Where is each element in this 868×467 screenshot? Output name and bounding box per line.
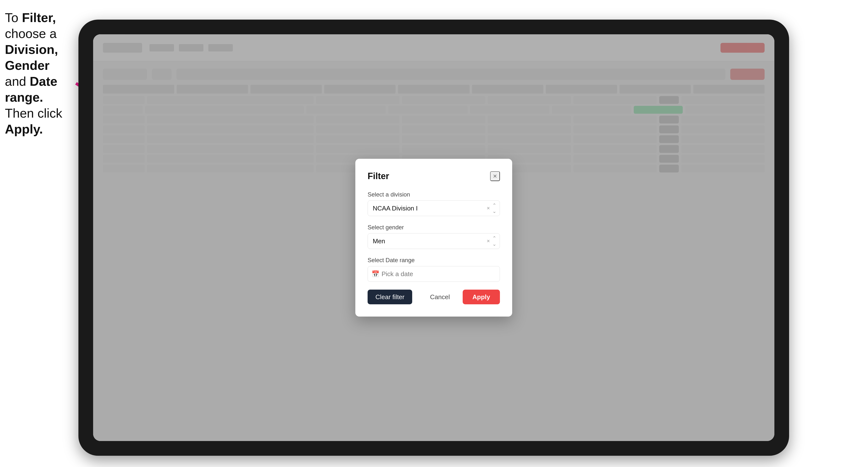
gender-select-wrapper: Men Women Co-Ed × ⌃⌄ xyxy=(368,233,500,249)
filter-modal: Filter × Select a division NCAA Division… xyxy=(355,159,512,317)
modal-footer: Clear filter Cancel Apply xyxy=(368,290,500,304)
apply-button[interactable]: Apply xyxy=(463,290,500,304)
instruction-text: To Filter, choose a Division, Gender and… xyxy=(5,10,79,137)
date-range-bold: Date range. xyxy=(5,74,57,104)
gender-label: Select gender xyxy=(368,224,500,231)
division-gender-bold: Division, Gender xyxy=(5,42,58,72)
division-label: Select a division xyxy=(368,191,500,198)
modal-footer-right: Cancel Apply xyxy=(422,290,500,304)
apply-bold: Apply. xyxy=(5,122,43,136)
tablet-screen: Filter × Select a division NCAA Division… xyxy=(93,34,774,441)
modal-close-button[interactable]: × xyxy=(490,171,500,181)
gender-form-group: Select gender Men Women Co-Ed × ⌃⌄ xyxy=(368,224,500,249)
division-form-group: Select a division NCAA Division I NCAA D… xyxy=(368,191,500,216)
date-label: Select Date range xyxy=(368,257,500,263)
cancel-button[interactable]: Cancel xyxy=(422,290,458,304)
filter-bold: Filter, xyxy=(22,10,56,25)
modal-title: Filter xyxy=(368,171,389,181)
date-range-input[interactable] xyxy=(368,266,500,282)
clear-filter-button[interactable]: Clear filter xyxy=(368,290,412,304)
division-select[interactable]: NCAA Division I NCAA Division II NCAA Di… xyxy=(368,200,500,216)
calendar-icon: 📅 xyxy=(372,270,379,278)
modal-header: Filter × xyxy=(368,171,500,181)
gender-select[interactable]: Men Women Co-Ed xyxy=(368,233,500,249)
date-form-group: Select Date range 📅 xyxy=(368,257,500,282)
date-input-wrapper: 📅 xyxy=(368,266,500,282)
division-select-wrapper: NCAA Division I NCAA Division II NCAA Di… xyxy=(368,200,500,216)
tablet-frame: Filter × Select a division NCAA Division… xyxy=(79,20,789,456)
